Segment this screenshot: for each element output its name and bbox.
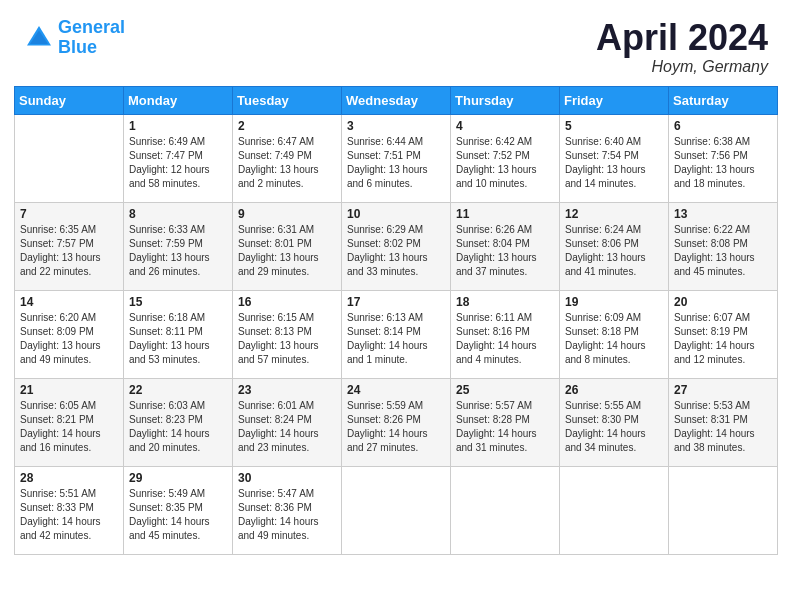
day-cell: 17Sunrise: 6:13 AMSunset: 8:14 PMDayligh… — [342, 290, 451, 378]
header-cell-saturday: Saturday — [669, 86, 778, 114]
day-number: 1 — [129, 119, 227, 133]
day-cell: 18Sunrise: 6:11 AMSunset: 8:16 PMDayligh… — [451, 290, 560, 378]
day-cell: 20Sunrise: 6:07 AMSunset: 8:19 PMDayligh… — [669, 290, 778, 378]
day-number: 12 — [565, 207, 663, 221]
day-cell: 12Sunrise: 6:24 AMSunset: 8:06 PMDayligh… — [560, 202, 669, 290]
calendar-table: SundayMondayTuesdayWednesdayThursdayFrid… — [14, 86, 778, 555]
day-cell: 1Sunrise: 6:49 AMSunset: 7:47 PMDaylight… — [124, 114, 233, 202]
header-cell-wednesday: Wednesday — [342, 86, 451, 114]
header-cell-tuesday: Tuesday — [233, 86, 342, 114]
header: General Blue April 2024 Hoym, Germany — [0, 0, 792, 86]
day-cell: 25Sunrise: 5:57 AMSunset: 8:28 PMDayligh… — [451, 378, 560, 466]
header-cell-monday: Monday — [124, 86, 233, 114]
cell-content: Sunrise: 5:49 AMSunset: 8:35 PMDaylight:… — [129, 487, 227, 543]
cell-content: Sunrise: 6:18 AMSunset: 8:11 PMDaylight:… — [129, 311, 227, 367]
day-cell: 11Sunrise: 6:26 AMSunset: 8:04 PMDayligh… — [451, 202, 560, 290]
day-cell: 10Sunrise: 6:29 AMSunset: 8:02 PMDayligh… — [342, 202, 451, 290]
week-row-2: 7Sunrise: 6:35 AMSunset: 7:57 PMDaylight… — [15, 202, 778, 290]
cell-content: Sunrise: 6:49 AMSunset: 7:47 PMDaylight:… — [129, 135, 227, 191]
day-number: 16 — [238, 295, 336, 309]
day-number: 4 — [456, 119, 554, 133]
cell-content: Sunrise: 5:47 AMSunset: 8:36 PMDaylight:… — [238, 487, 336, 543]
day-cell — [451, 466, 560, 554]
logo-icon — [24, 23, 54, 53]
cell-content: Sunrise: 6:13 AMSunset: 8:14 PMDaylight:… — [347, 311, 445, 367]
title-block: April 2024 Hoym, Germany — [596, 18, 768, 76]
day-cell: 8Sunrise: 6:33 AMSunset: 7:59 PMDaylight… — [124, 202, 233, 290]
day-number: 13 — [674, 207, 772, 221]
cell-content: Sunrise: 6:47 AMSunset: 7:49 PMDaylight:… — [238, 135, 336, 191]
day-cell: 3Sunrise: 6:44 AMSunset: 7:51 PMDaylight… — [342, 114, 451, 202]
cell-content: Sunrise: 5:59 AMSunset: 8:26 PMDaylight:… — [347, 399, 445, 455]
logo-blue: Blue — [58, 37, 97, 57]
day-cell: 6Sunrise: 6:38 AMSunset: 7:56 PMDaylight… — [669, 114, 778, 202]
cell-content: Sunrise: 6:05 AMSunset: 8:21 PMDaylight:… — [20, 399, 118, 455]
day-number: 15 — [129, 295, 227, 309]
day-number: 23 — [238, 383, 336, 397]
day-number: 21 — [20, 383, 118, 397]
day-cell: 21Sunrise: 6:05 AMSunset: 8:21 PMDayligh… — [15, 378, 124, 466]
day-number: 10 — [347, 207, 445, 221]
month-title: April 2024 — [596, 18, 768, 58]
day-number: 25 — [456, 383, 554, 397]
cell-content: Sunrise: 5:55 AMSunset: 8:30 PMDaylight:… — [565, 399, 663, 455]
calendar-header: SundayMondayTuesdayWednesdayThursdayFrid… — [15, 86, 778, 114]
day-number: 26 — [565, 383, 663, 397]
day-number: 11 — [456, 207, 554, 221]
cell-content: Sunrise: 6:44 AMSunset: 7:51 PMDaylight:… — [347, 135, 445, 191]
day-number: 18 — [456, 295, 554, 309]
day-cell: 29Sunrise: 5:49 AMSunset: 8:35 PMDayligh… — [124, 466, 233, 554]
week-row-1: 1Sunrise: 6:49 AMSunset: 7:47 PMDaylight… — [15, 114, 778, 202]
cell-content: Sunrise: 6:40 AMSunset: 7:54 PMDaylight:… — [565, 135, 663, 191]
day-number: 8 — [129, 207, 227, 221]
day-cell: 22Sunrise: 6:03 AMSunset: 8:23 PMDayligh… — [124, 378, 233, 466]
day-cell: 19Sunrise: 6:09 AMSunset: 8:18 PMDayligh… — [560, 290, 669, 378]
day-cell: 5Sunrise: 6:40 AMSunset: 7:54 PMDaylight… — [560, 114, 669, 202]
day-cell: 14Sunrise: 6:20 AMSunset: 8:09 PMDayligh… — [15, 290, 124, 378]
week-row-4: 21Sunrise: 6:05 AMSunset: 8:21 PMDayligh… — [15, 378, 778, 466]
day-cell: 28Sunrise: 5:51 AMSunset: 8:33 PMDayligh… — [15, 466, 124, 554]
header-cell-sunday: Sunday — [15, 86, 124, 114]
day-cell: 30Sunrise: 5:47 AMSunset: 8:36 PMDayligh… — [233, 466, 342, 554]
cell-content: Sunrise: 6:01 AMSunset: 8:24 PMDaylight:… — [238, 399, 336, 455]
day-number: 17 — [347, 295, 445, 309]
day-cell: 2Sunrise: 6:47 AMSunset: 7:49 PMDaylight… — [233, 114, 342, 202]
cell-content: Sunrise: 6:35 AMSunset: 7:57 PMDaylight:… — [20, 223, 118, 279]
day-cell: 24Sunrise: 5:59 AMSunset: 8:26 PMDayligh… — [342, 378, 451, 466]
logo-general: General — [58, 17, 125, 37]
header-cell-friday: Friday — [560, 86, 669, 114]
cell-content: Sunrise: 6:26 AMSunset: 8:04 PMDaylight:… — [456, 223, 554, 279]
cell-content: Sunrise: 6:24 AMSunset: 8:06 PMDaylight:… — [565, 223, 663, 279]
day-number: 3 — [347, 119, 445, 133]
cell-content: Sunrise: 6:31 AMSunset: 8:01 PMDaylight:… — [238, 223, 336, 279]
day-number: 6 — [674, 119, 772, 133]
day-number: 7 — [20, 207, 118, 221]
cell-content: Sunrise: 6:29 AMSunset: 8:02 PMDaylight:… — [347, 223, 445, 279]
day-number: 5 — [565, 119, 663, 133]
day-number: 20 — [674, 295, 772, 309]
day-cell: 26Sunrise: 5:55 AMSunset: 8:30 PMDayligh… — [560, 378, 669, 466]
cell-content: Sunrise: 6:07 AMSunset: 8:19 PMDaylight:… — [674, 311, 772, 367]
day-number: 19 — [565, 295, 663, 309]
day-cell: 15Sunrise: 6:18 AMSunset: 8:11 PMDayligh… — [124, 290, 233, 378]
day-number: 2 — [238, 119, 336, 133]
cell-content: Sunrise: 5:51 AMSunset: 8:33 PMDaylight:… — [20, 487, 118, 543]
day-number: 28 — [20, 471, 118, 485]
day-cell — [560, 466, 669, 554]
cell-content: Sunrise: 6:15 AMSunset: 8:13 PMDaylight:… — [238, 311, 336, 367]
header-cell-thursday: Thursday — [451, 86, 560, 114]
location: Hoym, Germany — [596, 58, 768, 76]
week-row-5: 28Sunrise: 5:51 AMSunset: 8:33 PMDayligh… — [15, 466, 778, 554]
day-cell: 4Sunrise: 6:42 AMSunset: 7:52 PMDaylight… — [451, 114, 560, 202]
cell-content: Sunrise: 6:11 AMSunset: 8:16 PMDaylight:… — [456, 311, 554, 367]
calendar: SundayMondayTuesdayWednesdayThursdayFrid… — [0, 86, 792, 612]
week-row-3: 14Sunrise: 6:20 AMSunset: 8:09 PMDayligh… — [15, 290, 778, 378]
cell-content: Sunrise: 5:57 AMSunset: 8:28 PMDaylight:… — [456, 399, 554, 455]
day-cell: 9Sunrise: 6:31 AMSunset: 8:01 PMDaylight… — [233, 202, 342, 290]
day-cell: 7Sunrise: 6:35 AMSunset: 7:57 PMDaylight… — [15, 202, 124, 290]
cell-content: Sunrise: 6:20 AMSunset: 8:09 PMDaylight:… — [20, 311, 118, 367]
day-cell — [15, 114, 124, 202]
day-cell: 13Sunrise: 6:22 AMSunset: 8:08 PMDayligh… — [669, 202, 778, 290]
day-cell: 23Sunrise: 6:01 AMSunset: 8:24 PMDayligh… — [233, 378, 342, 466]
day-number: 14 — [20, 295, 118, 309]
